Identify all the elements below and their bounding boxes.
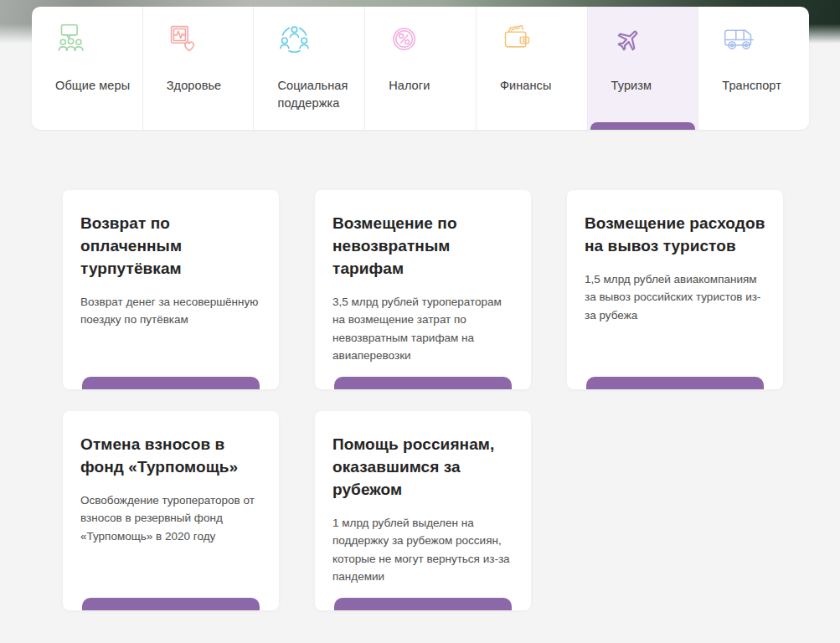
- details-button[interactable]: [82, 598, 260, 610]
- measure-card[interactable]: Помощь россиянам, оказавшимся за рубежом…: [315, 411, 531, 610]
- wallet-icon: [500, 23, 534, 57]
- details-button[interactable]: [586, 377, 764, 389]
- card-title: Помощь россиянам, оказавшимся за рубежом: [332, 434, 513, 502]
- tab-label: Налоги: [389, 77, 469, 95]
- social-people-icon: [277, 23, 312, 57]
- card-title: Возврат по оплаченным турпутёвкам: [80, 213, 261, 280]
- tab-health[interactable]: Здоровье: [143, 7, 255, 130]
- measure-card[interactable]: Возврат по оплаченным турпутёвкам Возвра…: [63, 190, 279, 389]
- tab-label: Здоровье: [167, 77, 247, 95]
- tab-taxes[interactable]: Налоги: [365, 7, 477, 130]
- card-description: 3,5 млрд рублей туроператорам на возмеще…: [332, 293, 513, 364]
- card-title: Возмещение расходов на вывоз туристов: [585, 213, 765, 258]
- measure-card[interactable]: Возмещение по невозвратным тарифам 3,5 м…: [315, 190, 531, 389]
- measure-card[interactable]: Возмещение расходов на вывоз туристов 1,…: [567, 190, 783, 389]
- tab-label: Социальная поддержка: [277, 77, 358, 112]
- card-description: 1,5 млрд рублей авиакомпаниям за вывоз р…: [585, 270, 765, 324]
- card-description: Освобождение туроператоров от взносов в …: [80, 491, 261, 545]
- group-discussion-icon: [55, 23, 90, 57]
- category-tabbar: Общие меры Здоровье Социальная поддержка: [32, 7, 809, 130]
- tab-general-measures[interactable]: Общие меры: [32, 7, 143, 130]
- details-button[interactable]: [334, 598, 512, 610]
- card-title: Возмещение по невозвратным тарифам: [332, 213, 513, 280]
- percent-coin-icon: [389, 23, 423, 57]
- card-description: Возврат денег за несовершённую поездку п…: [80, 293, 261, 329]
- tab-label: Транспорт: [722, 77, 802, 95]
- tab-label: Финансы: [500, 77, 580, 95]
- tab-finance[interactable]: Финансы: [477, 7, 588, 130]
- active-tab-indicator: [590, 122, 696, 130]
- airplane-icon: [611, 23, 646, 57]
- card-title: Отмена взносов в фонд «Турпомощь»: [80, 434, 261, 479]
- card-description: 1 млрд рублей выделен на поддержку за ру…: [332, 514, 513, 585]
- tab-transport[interactable]: Транспорт: [698, 7, 809, 130]
- tab-tourism[interactable]: Туризм: [588, 7, 699, 130]
- details-button[interactable]: [334, 377, 512, 389]
- tab-social-support[interactable]: Социальная поддержка: [254, 7, 365, 130]
- measure-card[interactable]: Отмена взносов в фонд «Турпомощь» Освобо…: [63, 411, 279, 610]
- health-heart-icon: [167, 23, 201, 57]
- bus-icon: [722, 23, 756, 57]
- tab-label: Туризм: [611, 77, 692, 95]
- details-button[interactable]: [82, 377, 260, 389]
- tab-label: Общие меры: [55, 77, 136, 95]
- measures-card-grid: Возврат по оплаченным турпутёвкам Возвра…: [63, 190, 783, 610]
